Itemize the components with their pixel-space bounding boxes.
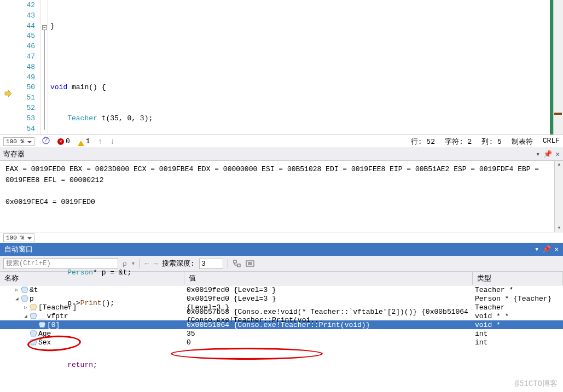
svg-text:?: ? — [44, 137, 48, 144]
line-number-gutter: 42434445464748495051525354 — [15, 0, 40, 134]
warning-icon — [78, 137, 84, 146]
code-editor[interactable]: 42434445464748495051525354 − } void main… — [0, 0, 563, 134]
breakpoint-margin[interactable] — [0, 0, 15, 134]
vertical-scrollbar[interactable] — [553, 0, 563, 134]
scroll-up-icon[interactable]: ▲ — [555, 161, 563, 168]
expander-icon[interactable]: ◢ — [23, 313, 28, 319]
svg-marker-6 — [21, 296, 28, 301]
registers-zoom-dropdown[interactable]: 100 % — [3, 233, 34, 242]
svg-marker-10 — [30, 331, 37, 336]
expander-icon[interactable]: ▷ — [14, 287, 20, 293]
var-name: Age — [38, 330, 51, 338]
fold-guide-line — [44, 30, 45, 130]
var-name: p — [30, 295, 34, 303]
svg-marker-11 — [30, 340, 37, 345]
code-text[interactable]: } void main() { Teacher t(35, 0, 3); //t… — [48, 0, 563, 134]
zoom-dropdown[interactable]: 100 % — [3, 137, 34, 146]
svg-marker-9 — [39, 322, 45, 327]
registers-panel: EAX = 0019FED0 EBX = 0023D000 ECX = 0019… — [0, 161, 563, 232]
registers-scrollbar[interactable]: ▲ ▼ — [554, 161, 563, 232]
var-name: &t — [30, 286, 38, 294]
expander-icon[interactable]: ◢ — [14, 296, 20, 302]
scroll-down-icon[interactable]: ▼ — [555, 224, 563, 232]
watermark: @51CTO博客 — [515, 379, 558, 389]
svg-marker-5 — [21, 287, 28, 292]
svg-marker-7 — [30, 305, 37, 310]
current-line-arrow-icon — [4, 90, 12, 97]
scroll-marker — [554, 113, 562, 115]
svg-marker-8 — [30, 313, 37, 319]
var-name: Sex — [38, 338, 51, 347]
expander-icon[interactable]: ▷ — [23, 305, 28, 311]
code-folding-column[interactable]: − — [40, 0, 48, 134]
info-icon[interactable]: ? — [42, 137, 50, 147]
fold-toggle-icon[interactable]: − — [42, 25, 47, 30]
registers-text: EAX = 0019FED0 EBX = 0023D000 ECX = 0019… — [5, 164, 558, 208]
